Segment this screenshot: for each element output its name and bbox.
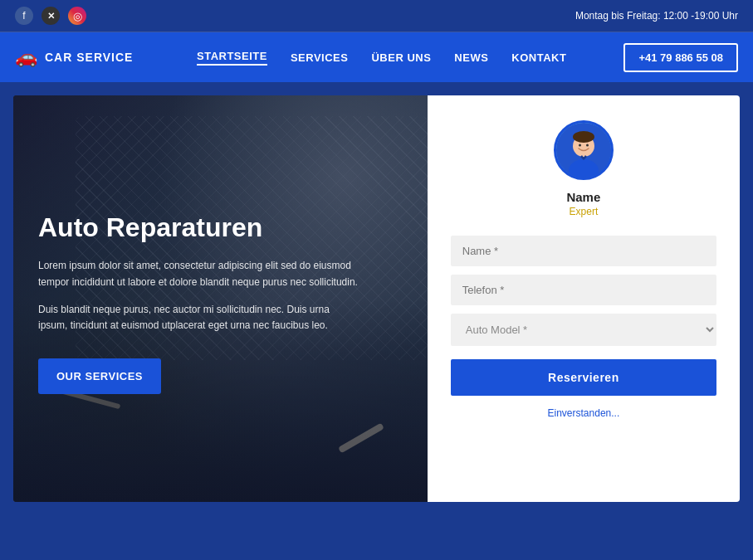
main-nav: STARTSEITE SERVICES ÜBER UNS NEWS KONTAK… [139, 50, 623, 66]
business-hours: Montag bis Freitag: 12:00 -19:00 Uhr [575, 10, 738, 22]
svg-point-4 [579, 144, 581, 147]
telefon-field-wrapper [451, 275, 716, 305]
telefon-input[interactable] [451, 275, 716, 305]
hero-description-2: Duis blandit neque purus, nec auctor mi … [38, 302, 359, 334]
twitter-icon[interactable]: ✕ [42, 7, 60, 25]
phone-button[interactable]: +41 79 886 55 08 [623, 43, 738, 72]
svg-point-5 [586, 144, 589, 147]
nav-news[interactable]: NEWS [454, 51, 488, 64]
expert-avatar [554, 120, 614, 180]
header: 🚗 CAR SERVICE STARTSEITE SERVICES ÜBER U… [0, 32, 753, 82]
logo[interactable]: 🚗 CAR SERVICE [15, 46, 139, 68]
nav-startseite[interactable]: STARTSEITE [197, 50, 267, 66]
name-input[interactable] [451, 236, 716, 266]
nav-services[interactable]: SERVICES [291, 51, 349, 64]
social-icons: f ✕ ◎ [15, 7, 86, 25]
einverstanden-link[interactable]: Einverstanden... [548, 407, 620, 419]
facebook-icon[interactable]: f [15, 7, 33, 25]
content-card: Auto Reparaturen Lorem ipsum dolor sit a… [13, 95, 740, 502]
booking-form-panel: Name Expert Auto Model * BMW Mercedes Au… [428, 95, 740, 502]
hero-text-area: Auto Reparaturen Lorem ipsum dolor sit a… [13, 95, 428, 502]
reservieren-button[interactable]: Reservieren [451, 359, 716, 396]
hero-section: Auto Reparaturen Lorem ipsum dolor sit a… [13, 95, 428, 502]
our-services-button[interactable]: OUR SERVICES [38, 358, 161, 394]
expert-title: Expert [570, 206, 599, 217]
expert-avatar-image [556, 123, 611, 178]
auto-model-field-wrapper: Auto Model * BMW Mercedes Audi VW Toyota [451, 314, 716, 346]
nav-kontakt[interactable]: KONTAKT [511, 51, 566, 64]
expert-name: Name [566, 190, 600, 204]
name-field-wrapper [451, 236, 716, 266]
top-bar: f ✕ ◎ Montag bis Freitag: 12:00 -19:00 U… [0, 0, 753, 32]
hero-title: Auto Reparaturen [38, 212, 403, 243]
logo-text: CAR SERVICE [45, 51, 133, 64]
svg-point-3 [573, 131, 594, 143]
car-icon: 🚗 [15, 46, 38, 68]
nav-ueber-uns[interactable]: ÜBER UNS [371, 51, 431, 64]
instagram-icon[interactable]: ◎ [68, 7, 86, 25]
auto-model-select[interactable]: Auto Model * BMW Mercedes Audi VW Toyota [451, 314, 716, 346]
main-content: Auto Reparaturen Lorem ipsum dolor sit a… [0, 82, 753, 515]
hero-description-1: Lorem ipsum dolor sit amet, consectetur … [38, 258, 359, 290]
